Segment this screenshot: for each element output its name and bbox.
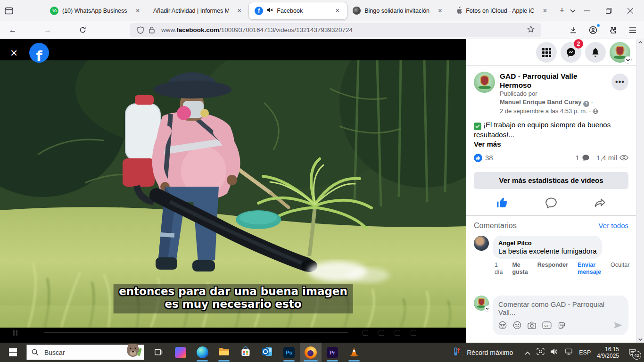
video-stats-button[interactable]: Ver más estadísticas de videos <box>474 172 628 189</box>
comment-input[interactable]: Comentar como GAD - Parroquial Vall... <box>493 296 628 335</box>
tab-icloud[interactable]: Fotos en iCloud - Apple iClou × <box>450 2 554 19</box>
forward-button[interactable]: → <box>41 23 55 37</box>
facebook-logo[interactable]: f <box>29 43 49 63</box>
tab-facebook-active[interactable]: f Facebook × <box>249 2 347 19</box>
avatar-sticker-icon[interactable] <box>498 321 507 331</box>
tray-expand-chevron[interactable] <box>525 348 530 357</box>
bookmark-star-icon[interactable] <box>525 25 537 34</box>
downloads-icon[interactable] <box>568 25 579 36</box>
task-view-button[interactable] <box>148 343 170 362</box>
page-avatar[interactable] <box>474 72 495 93</box>
post-options-button[interactable]: ••• <box>611 74 628 90</box>
copilot-button[interactable] <box>170 343 191 362</box>
see-more-link[interactable]: Ver más <box>474 140 628 149</box>
camera-icon[interactable] <box>528 321 536 331</box>
tab-close-icon[interactable]: × <box>333 6 341 16</box>
shield-icon[interactable] <box>135 25 146 36</box>
messenger-button[interactable]: 2 <box>561 42 581 63</box>
vlc-cone-icon <box>349 346 359 359</box>
new-tab-button[interactable]: + <box>559 4 566 18</box>
firefox-button-active[interactable] <box>300 343 322 362</box>
scroll-up-icon <box>638 41 643 44</box>
post-date-row[interactable]: 2 de septiembre a las 4:53 p. m. · <box>500 107 607 115</box>
back-button[interactable]: ← <box>6 23 20 37</box>
commenter-avatar[interactable] <box>474 236 489 251</box>
network-icon[interactable] <box>565 348 573 357</box>
edge-button[interactable] <box>191 343 213 362</box>
system-tray: Récord máximo ESP 16:15 4/9/2025 42 <box>453 343 644 362</box>
gif-icon[interactable]: GIF <box>542 321 552 331</box>
extensions-puzzle-icon[interactable] <box>607 25 619 36</box>
lock-icon[interactable] <box>146 25 157 36</box>
reload-button[interactable] <box>75 23 90 37</box>
start-button[interactable] <box>2 343 24 362</box>
tab-informes[interactable]: Añadir Actividad | Informes Mens × <box>148 2 249 19</box>
taskbar-search[interactable]: Buscar <box>26 345 144 360</box>
folder-icon <box>218 347 230 358</box>
tab-close-icon[interactable]: × <box>235 6 243 16</box>
page-name[interactable]: GAD - Parroquial Valle Hermoso <box>500 72 607 90</box>
send-comment-icon[interactable] <box>613 321 623 331</box>
tab-muted-speaker-icon[interactable] <box>267 7 273 14</box>
clock[interactable]: 16:15 4/9/2025 <box>597 346 619 359</box>
pause-icon[interactable] <box>13 330 17 336</box>
video-controls[interactable] <box>0 329 466 337</box>
weather-status-text[interactable]: Récord máximo <box>467 349 513 356</box>
tab-bingo[interactable]: Bingo solidario invitación × <box>347 2 450 19</box>
notification-count-badge: 42 <box>632 351 641 360</box>
composer-avatar[interactable] <box>474 296 489 311</box>
toolbar-icons <box>568 25 638 36</box>
comment-like-link[interactable]: Me gusta <box>512 262 528 276</box>
microsoft-store-button[interactable] <box>235 343 256 362</box>
svg-text:GIF: GIF <box>545 324 550 327</box>
tab-close-icon[interactable]: × <box>436 6 444 16</box>
like-count[interactable]: 38 <box>485 154 493 162</box>
menu-hamburger-icon[interactable] <box>627 25 638 36</box>
comment-hide-link[interactable]: Ocultar <box>611 262 629 269</box>
video-player[interactable]: × f <box>0 39 466 343</box>
sticker-icon[interactable] <box>558 321 566 331</box>
screen-capture-icon[interactable] <box>537 348 545 357</box>
comment-reply-link[interactable]: Responder <box>537 262 568 269</box>
post-author[interactable]: Manuel Enrique Band Curay <box>500 99 581 106</box>
close-window-button[interactable] <box>619 0 641 21</box>
tab-whatsapp[interactable]: 10 (10) WhatsApp Business × <box>44 2 148 19</box>
vlc-button[interactable] <box>343 343 365 362</box>
outlook-button[interactable] <box>256 343 278 362</box>
notification-center-button[interactable]: 42 <box>625 346 639 360</box>
apps-menu-button[interactable] <box>536 42 557 63</box>
post-text: ¡El trabajo en equipo siempre da buenos … <box>474 120 628 149</box>
video-control-icons[interactable] <box>363 330 416 336</box>
language-indicator[interactable]: ESP <box>579 349 591 356</box>
close-video-icon[interactable]: × <box>10 47 17 59</box>
maximize-button[interactable] <box>598 0 619 21</box>
tab-close-icon[interactable]: × <box>541 6 549 16</box>
video-progress-bar[interactable] <box>44 332 348 333</box>
comment-placeholder: Comentar como GAD - Parroquial Vall... <box>498 300 623 316</box>
comment-send-message-link[interactable]: Enviar mensaje <box>578 262 601 276</box>
comment-author[interactable]: Angel Pilco <box>498 239 596 247</box>
share-button[interactable] <box>594 197 606 211</box>
see-all-comments-link[interactable]: Ver todos <box>599 222 628 230</box>
firefox-view-icon[interactable] <box>5 4 13 18</box>
volume-icon[interactable] <box>551 348 559 357</box>
account-icon[interactable] <box>587 25 599 36</box>
comment-count-row[interactable]: 1 <box>575 154 589 162</box>
view-count-row[interactable]: 1,4 mil <box>596 154 628 162</box>
profile-menu-button[interactable] <box>610 42 630 63</box>
post-block: GAD - Parroquial Valle Hermoso Publicado… <box>466 66 636 167</box>
like-button[interactable] <box>496 197 508 211</box>
premiere-button[interactable]: Pr <box>322 343 343 362</box>
minimize-button[interactable] <box>576 0 598 21</box>
url-field[interactable]: www.facebook.com/100093700164713/videos/… <box>130 23 541 37</box>
tab-close-icon[interactable]: × <box>134 6 142 16</box>
photoshop-button[interactable]: Ps <box>278 343 300 362</box>
comment-button[interactable] <box>545 197 557 211</box>
page-scrollbar[interactable] <box>636 39 644 343</box>
weather-temp-icon[interactable] <box>453 347 461 358</box>
emoji-icon[interactable] <box>513 321 521 331</box>
tab-list-dropdown[interactable] <box>569 4 576 18</box>
post-stats: 38 1 1,4 mil <box>474 154 628 162</box>
notifications-button[interactable] <box>585 42 606 63</box>
file-explorer-button[interactable] <box>213 343 235 362</box>
